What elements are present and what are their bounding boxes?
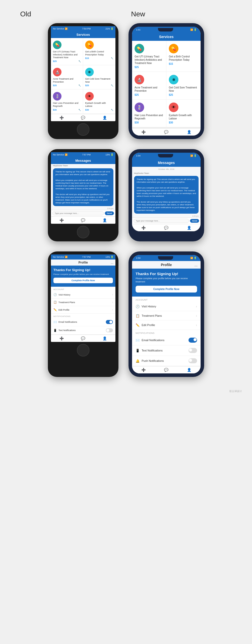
signal-text-profile: No Service 📶 (53, 256, 68, 258)
nav-services-old-msg[interactable]: ➕ (59, 218, 64, 222)
email-notif-toggle-new[interactable] (188, 338, 197, 343)
service-card-uti-old[interactable]: 💊 Get UTI (Urinary Tract Infection) Anti… (51, 38, 83, 65)
treatment-plans-icon-new: 📋 (136, 314, 140, 318)
old-edit-profile[interactable]: ✏️ Edit Profile › (51, 306, 115, 314)
nav-messages-new[interactable]: 💬 (164, 130, 168, 134)
push-notif-toggle-new[interactable] (188, 358, 197, 363)
service-card-eye-old[interactable]: 👁 Eyelash Growth with Latisse $30 🔧 (83, 89, 115, 114)
old-screen-profile: No Service 📶 7:57 PM 13% 🔋 Profile ... T… (51, 254, 115, 342)
email-notif-toggle[interactable] (106, 320, 113, 324)
service-card-hair-old[interactable]: 💈 Hair Loss Prevention and Regrowth $30 … (51, 89, 83, 114)
nav-messages-old[interactable]: 💬 (81, 116, 85, 120)
old-send-button[interactable]: Send (105, 211, 114, 215)
new-complete-btn[interactable]: Complete Profile Now (136, 286, 197, 293)
edit-profile-icon: ✏️ (53, 308, 57, 311)
new-push-notif[interactable]: 🔔 Push Notifications (132, 356, 201, 366)
service-card-acne-old[interactable]: 🔬 Acne Treatment and Prevention $25 🔧 (51, 65, 83, 89)
visit-history-label: Visit History (58, 294, 70, 296)
new-status-bar-profile: 1:04 📶 🔋 (132, 255, 201, 261)
nav-profile-old[interactable]: 👤 (103, 116, 107, 120)
nav-profile-old-profile[interactable]: 👤 (103, 336, 107, 340)
old-treatment-plans[interactable]: 📋 Treatment Plans › (51, 299, 115, 306)
notch-msg (158, 154, 173, 157)
nav-messages-new-msg[interactable]: 💬 (164, 226, 168, 230)
service-card-cold-new[interactable]: ❄ Get Cold Sore Treatment Now $25 (166, 72, 201, 100)
old-complete-btn[interactable]: Complete Profile Now (53, 278, 113, 283)
cold-price-new: $25 (169, 93, 198, 96)
nav-services-new-msg[interactable]: ➕ (141, 226, 146, 230)
nav-messages-new-profile[interactable]: 💬 (164, 368, 168, 372)
home-button-old-msg[interactable] (77, 226, 89, 238)
old-phone-messages: No Service 📶 7:57 PM 13% 🔋 Messages HeyD… (48, 149, 118, 241)
nav-profile-new[interactable]: 👤 (187, 130, 191, 134)
old-sender: HeyDoctor Team (51, 164, 115, 167)
old-status-bar: No Service 📶 7:54 PM 21% 🔋 (51, 26, 115, 31)
service-card-cold-old[interactable]: ❄ Get Cold Sore Treatment Now $25 🔧 (83, 65, 115, 89)
cold-price: $25 (85, 84, 89, 87)
bc-title-new: Get a Birth Control Prescription Today (169, 55, 198, 61)
old-account-label: ACCOUNT (51, 287, 115, 291)
old-dots-menu[interactable]: ... (111, 261, 113, 265)
email-notif-label: Email Notifications (58, 321, 77, 323)
new-profile-title: Profile (161, 263, 172, 267)
nav-profile-old-msg[interactable]: 👤 (103, 218, 107, 222)
old-message-input[interactable] (52, 211, 104, 215)
new-phone-profile: 1:04 📶 🔋 Profile ... Thanks For Signing … (129, 251, 204, 377)
acne-icon: 🔬 (53, 68, 61, 76)
bc-price-new: $15 (169, 62, 198, 65)
edit-profile-chevron-new: › (196, 323, 197, 327)
new-bottom-nav-services: ➕ 💬 👤 (132, 128, 201, 136)
service-card-uti-new[interactable]: 💊 Get UTI (Urinary Tract Infection) Anti… (132, 41, 166, 72)
new-time-msg: 1:04 (136, 154, 141, 157)
service-card-hair-new[interactable]: 💈 Hair Loss Prevention and Regrowth $30 (132, 100, 166, 127)
visit-history-icon: 🕐 (53, 293, 57, 296)
new-edit-profile[interactable]: ✏️ Edit Profile › (132, 320, 201, 330)
new-battery-msg: 📶 🔋 (190, 154, 197, 157)
acne-icon-new: 🔬 (135, 75, 144, 84)
new-email-notif[interactable]: ✉️ Email Notifications (132, 335, 201, 345)
service-card-eye-new[interactable]: 👁 Eyelash Growth with Latisse $30 (166, 100, 201, 127)
new-message-bubble: Thanks for signing up! This secure chat … (134, 176, 199, 214)
nav-services-old-profile[interactable]: ➕ (59, 336, 64, 340)
nav-messages-old-profile[interactable]: 💬 (81, 336, 85, 340)
nav-services-old[interactable]: ➕ (59, 116, 64, 120)
old-status-bar-profile: No Service 📶 7:57 PM 13% 🔋 (51, 254, 115, 260)
nav-profile-new-profile[interactable]: 👤 (187, 368, 191, 372)
old-visit-history[interactable]: 🕐 Visit History › (51, 291, 115, 299)
new-battery: 📶 🔋 (190, 28, 197, 31)
new-treatment-plans[interactable]: 📋 Treatment Plans › (132, 311, 201, 320)
old-email-notif[interactable]: ✉️ Email Notifications (51, 318, 115, 326)
cold-icon: ❄ (85, 68, 94, 76)
battery-text: 21% 🔋 (105, 27, 113, 30)
text-notif-toggle-new[interactable] (188, 348, 197, 353)
time-text-profile: 7:57 PM (82, 256, 91, 258)
new-message-input[interactable] (134, 219, 189, 223)
new-visit-history[interactable]: 🕐 Visit History › (132, 302, 201, 311)
signal-text-msg: No Service 📶 (53, 153, 68, 156)
push-notif-label-new: Push Notifications (142, 359, 164, 362)
home-button-old[interactable] (77, 123, 89, 136)
nav-profile-new-msg[interactable]: 👤 (187, 226, 191, 230)
hair-icon: 💈 (53, 92, 61, 101)
service-card-acne-new[interactable]: 🔬 Acne Treatment and Prevention $25 (132, 72, 166, 100)
nav-messages-old-msg[interactable]: 💬 (81, 218, 85, 222)
old-messages-content: HeyDoctor Team Thanks for signing up! Th… (51, 164, 115, 210)
nav-services-new[interactable]: ➕ (141, 130, 146, 134)
service-card-bc-old[interactable]: 💊 Get a Birth Control Prescription Today… (83, 38, 115, 65)
new-screen-profile: 1:04 📶 🔋 Profile ... Thanks For Signing … (132, 255, 201, 373)
new-battery-profile: 📶 🔋 (190, 257, 197, 259)
text-notif-toggle[interactable] (106, 328, 113, 332)
nav-services-new-profile[interactable]: ➕ (141, 368, 146, 372)
treatment-plans-label-new: Treatment Plans (142, 314, 162, 317)
old-text-notif[interactable]: 📱 Text Notifications (51, 326, 115, 335)
new-profile-nav-bar: Profile ... (132, 261, 201, 269)
eye-price-new: $30 (169, 121, 198, 124)
new-dots-menu[interactable]: ... (194, 263, 198, 267)
service-card-bc-new[interactable]: 💊 Get a Birth Control Prescription Today… (166, 41, 201, 72)
eye-icon-new: 👁 (169, 103, 178, 112)
new-text-notif[interactable]: 📱 Text Notifications (132, 345, 201, 356)
visit-history-icon-new: 🕐 (136, 305, 140, 308)
home-button-old-profile[interactable] (77, 344, 89, 357)
new-send-button[interactable]: Send (190, 219, 199, 223)
email-notif-icon: ✉️ (53, 320, 57, 324)
